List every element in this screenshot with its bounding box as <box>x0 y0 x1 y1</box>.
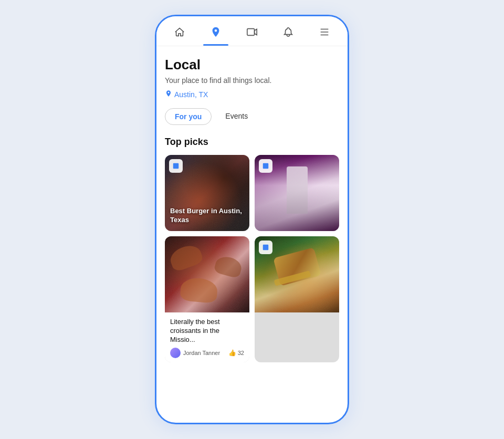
video-icon <box>246 26 258 38</box>
picks-grid: Best Burger in Austin, Texas <box>165 155 339 362</box>
page-subtitle: Your place to find all things local. <box>165 76 339 85</box>
author-avatar-3 <box>170 348 181 358</box>
card-badge-4 <box>259 241 272 254</box>
card-bottom-title-3: Literally the best croissants in the Mis… <box>170 318 244 344</box>
location-pin-icon <box>209 26 222 38</box>
phone-container: Local Your place to find all things loca… <box>155 15 349 424</box>
menu-icon <box>318 26 331 38</box>
location-row[interactable]: Austin, TX <box>165 90 339 99</box>
card-meta-3: Jordan Tanner 👍 32 <box>170 348 244 358</box>
tabs-row: For you Events <box>165 108 339 125</box>
nav-item-notifications[interactable] <box>276 24 301 40</box>
nav-bar <box>156 16 348 46</box>
location-label: Austin, TX <box>174 90 208 99</box>
bell-icon <box>282 26 295 38</box>
author-name-3: Jordan Tanner <box>183 350 220 356</box>
nav-item-home[interactable] <box>167 24 192 40</box>
nav-item-local[interactable] <box>203 24 228 40</box>
card-croissants[interactable]: Literally the best croissants in the Mis… <box>165 236 249 362</box>
card-best-burger[interactable]: Best Burger in Austin, Texas <box>165 155 249 231</box>
home-icon <box>173 26 186 38</box>
page-title: Local <box>165 57 339 73</box>
nav-item-menu[interactable] <box>312 24 337 40</box>
card-badge-1 <box>169 159 183 173</box>
card-sandwich[interactable] <box>255 236 339 362</box>
card-image-2 <box>255 155 339 231</box>
section-title: Top picks <box>165 137 339 148</box>
nav-item-video[interactable] <box>239 24 265 40</box>
tab-events[interactable]: Events <box>216 108 257 125</box>
card-author-3: Jordan Tanner <box>170 348 220 358</box>
thumbs-up-icon: 👍 <box>228 349 236 357</box>
card-badge-2 <box>259 159 272 173</box>
location-dot-icon <box>165 90 172 99</box>
like-row-3[interactable]: 👍 32 <box>228 349 244 357</box>
card-bottom-3: Literally the best croissants in the Mis… <box>165 312 249 362</box>
tab-for-you[interactable]: For you <box>165 108 212 125</box>
page-content: Local Your place to find all things loca… <box>156 46 348 423</box>
card-fashion[interactable] <box>255 155 339 231</box>
card-overlay-text-1: Best Burger in Austin, Texas <box>170 207 244 225</box>
svg-marker-1 <box>255 29 257 35</box>
card-image-1: Best Burger in Austin, Texas <box>165 155 249 231</box>
card-image-4 <box>255 236 339 312</box>
like-count-3: 32 <box>238 350 244 356</box>
card-image-3 <box>165 236 249 312</box>
svg-rect-0 <box>247 29 255 36</box>
